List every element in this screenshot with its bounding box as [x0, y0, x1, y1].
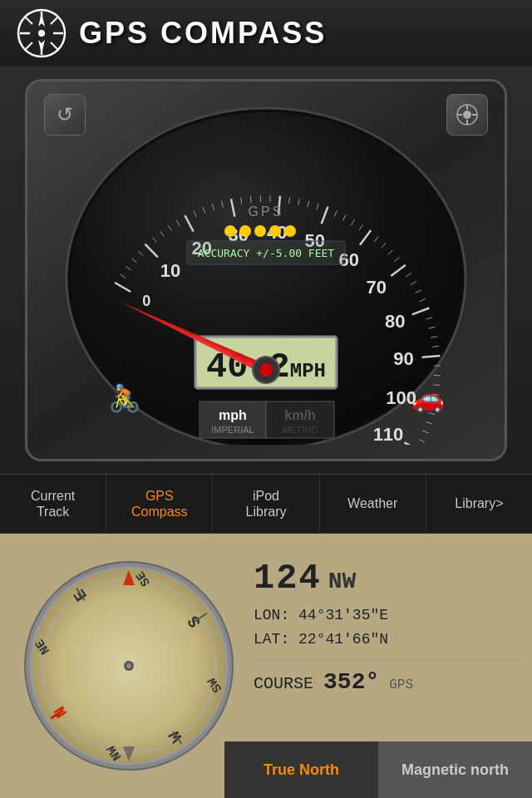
svg-line-38: [421, 356, 440, 357]
course-divider: [254, 660, 520, 661]
compass-heading-direction: NW: [328, 569, 357, 594]
compass-coordinates: LON: 44°31'35"E LAT: 22°41'66"N: [254, 603, 520, 652]
svg-line-42: [404, 442, 420, 445]
svg-point-103: [254, 225, 266, 237]
compass-section: N NE E SE S SW W NW: [0, 534, 532, 798]
tab-gps-compass[interactable]: GPS Compass: [106, 475, 213, 533]
svg-text:mph: mph: [219, 408, 247, 422]
lat-label: LAT:: [254, 631, 289, 648]
svg-line-9: [26, 42, 32, 49]
speedometer-dial: 0102030405060708090100110120130 GPS ACCU…: [62, 96, 470, 445]
svg-line-8: [51, 17, 57, 24]
svg-text:ACCURACY +/-5.00 FEET: ACCURACY +/-5.00 FEET: [198, 247, 335, 259]
svg-point-104: [269, 225, 281, 237]
svg-line-7: [51, 42, 57, 49]
reset-button[interactable]: ↺: [44, 94, 86, 135]
svg-text:🚴: 🚴: [108, 382, 141, 414]
svg-point-105: [284, 225, 296, 237]
svg-line-91: [419, 440, 425, 442]
speedometer-section: ↺: [0, 66, 532, 474]
app-title: GPS COMPASS: [79, 16, 327, 51]
svg-text:0: 0: [142, 293, 150, 309]
svg-point-101: [224, 225, 236, 237]
tab-weather[interactable]: Weather: [320, 475, 426, 533]
compass-logo-icon: [17, 8, 66, 58]
svg-text:80: 80: [385, 311, 405, 332]
svg-line-89: [426, 421, 432, 423]
lon-label: LON:: [254, 607, 289, 623]
svg-point-102: [239, 225, 251, 237]
true-north-button[interactable]: True North: [224, 741, 378, 798]
course-source: GPS: [389, 677, 413, 692]
svg-text:90: 90: [393, 348, 413, 369]
svg-point-1: [38, 30, 45, 37]
svg-text:🚗: 🚗: [411, 382, 445, 414]
compass-course: COURSE 352° GPS: [254, 669, 520, 695]
lat-value: 22°41'66"N: [298, 631, 388, 648]
svg-point-137: [126, 663, 131, 668]
svg-line-90: [422, 431, 428, 433]
tab-ipod-library[interactable]: iPod Library: [213, 475, 319, 533]
compass-heading-value: 124: [254, 559, 322, 598]
svg-point-13: [463, 111, 471, 119]
svg-text:70: 70: [366, 277, 386, 298]
magnetic-north-button[interactable]: Magnetic north: [378, 741, 532, 798]
svg-text:110: 110: [373, 424, 404, 445]
svg-line-6: [26, 17, 32, 24]
tab-current-track[interactable]: Current Track: [0, 475, 106, 533]
compass-dial-container: N NE E SE S SW W NW: [17, 554, 241, 778]
svg-marker-10: [38, 13, 45, 27]
svg-text:METRIC: METRIC: [283, 425, 318, 435]
svg-line-61: [250, 196, 251, 203]
svg-text:GPS: GPS: [249, 204, 284, 219]
svg-text:km/h: km/h: [284, 408, 315, 422]
svg-text:10: 10: [160, 260, 180, 281]
navigation-tabs: Current Track GPS Compass iPod Library W…: [0, 474, 532, 534]
svg-marker-11: [38, 40, 45, 53]
north-selector: True North Magnetic north: [224, 741, 532, 798]
speedometer-border: ↺: [25, 79, 507, 461]
lon-value: 44°31'35"E: [298, 607, 388, 623]
compass-dial-svg: N NE E SE S SW W NW: [17, 554, 241, 778]
joystick-button[interactable]: [446, 94, 488, 135]
app-header: GPS COMPASS: [0, 0, 532, 66]
course-label: COURSE: [254, 674, 313, 693]
course-value: 352°: [323, 669, 379, 695]
svg-text:IMPERIAL: IMPERIAL: [211, 425, 254, 435]
tab-library[interactable]: Library>: [426, 475, 532, 533]
